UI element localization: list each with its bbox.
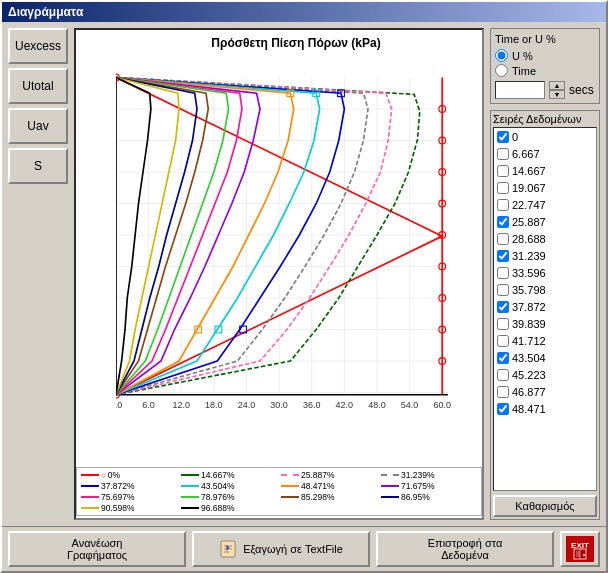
series-value-15: 46.877 [512, 386, 546, 398]
radio-u-label: U % [512, 50, 533, 62]
time-u-group: Time or U % U % Time ▲ ▼ secs [490, 28, 600, 104]
svg-text:18.0: 18.0 [205, 400, 223, 410]
series-value-14: 45.223 [512, 369, 546, 381]
clear-button[interactable]: Καθαρισμός [493, 495, 597, 517]
series-item-4: 22.747 [494, 196, 596, 213]
series-checkbox-8[interactable] [497, 267, 509, 279]
series-item-7: 31.239 [494, 247, 596, 264]
series-value-0: 0 [512, 131, 518, 143]
uexcess-button[interactable]: Uexcess [8, 28, 68, 64]
right-panel: Time or U % U % Time ▲ ▼ secs [490, 28, 600, 520]
series-list: Σειρές Δεδομένων 0 6.667 14. [490, 110, 600, 520]
series-checkbox-3[interactable] [497, 182, 509, 194]
export-label: Εξαγωγή σε TextFile [243, 543, 343, 555]
refresh-label: ΑνανέωσηΓραφήματος [67, 537, 127, 561]
series-item-15: 46.877 [494, 383, 596, 400]
bottom-bar: ΑνανέωσηΓραφήματος Εξαγωγή σε TextFile Ε… [2, 526, 606, 571]
series-value-3: 19.067 [512, 182, 546, 194]
utotal-button[interactable]: Utotal [8, 68, 68, 104]
chart-title: Πρόσθετη Πίεση Πόρων (kPa) [116, 36, 476, 50]
window-title: Διαγράμματα [8, 5, 83, 19]
return-button[interactable]: Επιστροφή σταΔεδομένα [376, 531, 554, 567]
exit-icon: EXIT [566, 536, 594, 562]
return-label: Επιστροφή σταΔεδομένα [428, 537, 503, 561]
chart-legend: ○0% 14.667% 25.887% 31.239% 37.872% 43.5… [76, 467, 482, 516]
series-checkbox-13[interactable] [497, 352, 509, 364]
svg-text:60.0: 60.0 [433, 400, 451, 410]
series-checkbox-11[interactable] [497, 318, 509, 330]
radio-time-input[interactable] [495, 64, 508, 77]
series-value-12: 41.712 [512, 335, 546, 347]
series-checkbox-10[interactable] [497, 301, 509, 313]
series-checkbox-5[interactable] [497, 216, 509, 228]
series-item-1: 6.667 [494, 145, 596, 162]
export-icon [219, 539, 239, 559]
series-value-1: 6.667 [512, 148, 540, 160]
series-checkbox-2[interactable] [497, 165, 509, 177]
spin-up-button[interactable]: ▲ [549, 81, 565, 90]
title-bar: Διαγράμματα [2, 2, 606, 22]
series-item-6: 28.688 [494, 230, 596, 247]
series-checkbox-12[interactable] [497, 335, 509, 347]
radio-time-label: Time [512, 65, 536, 77]
series-value-13: 43.504 [512, 352, 546, 364]
series-value-9: 35.798 [512, 284, 546, 296]
secs-row: ▲ ▼ secs [495, 81, 595, 99]
series-checkbox-9[interactable] [497, 284, 509, 296]
svg-text:6.0: 6.0 [142, 400, 155, 410]
export-button[interactable]: Εξαγωγή σε TextFile [192, 531, 370, 567]
series-checkbox-6[interactable] [497, 233, 509, 245]
svg-text:30.0: 30.0 [270, 400, 288, 410]
series-item-0: 0 [494, 128, 596, 145]
secs-label: secs [569, 83, 594, 97]
main-window: Διαγράμματα Uexcess Utotal Uav S Πρόσθετ… [0, 0, 608, 573]
series-value-4: 22.747 [512, 199, 546, 211]
series-checkbox-0[interactable] [497, 131, 509, 143]
svg-point-74 [583, 554, 585, 556]
series-item-11: 39.839 [494, 315, 596, 332]
series-item-12: 41.712 [494, 332, 596, 349]
series-item-9: 35.798 [494, 281, 596, 298]
series-item-13: 43.504 [494, 349, 596, 366]
series-checkbox-4[interactable] [497, 199, 509, 211]
exit-button[interactable]: EXIT [560, 531, 600, 567]
radio-u-row: U % [495, 49, 595, 62]
radio-u-input[interactable] [495, 49, 508, 62]
uav-button[interactable]: Uav [8, 108, 68, 144]
series-title: Σειρές Δεδομένων [493, 113, 597, 125]
series-value-16: 48.471 [512, 403, 546, 415]
radio-time-row: Time [495, 64, 595, 77]
svg-rect-72 [576, 551, 580, 557]
secs-input[interactable] [495, 81, 545, 99]
refresh-button[interactable]: ΑνανέωσηΓραφήματος [8, 531, 186, 567]
series-checkbox-15[interactable] [497, 386, 509, 398]
secs-spinner: ▲ ▼ [549, 81, 565, 99]
time-u-label: Time or U % [495, 33, 595, 45]
svg-text:36.0: 36.0 [303, 400, 321, 410]
svg-text:54.0: 54.0 [401, 400, 419, 410]
s-button[interactable]: S [8, 148, 68, 184]
chart-svg: 0.0 6.0 12.0 18.0 24.0 30.0 36.0 42.0 48… [116, 54, 476, 461]
series-item-14: 45.223 [494, 366, 596, 383]
series-checkbox-16[interactable] [497, 403, 509, 415]
main-content: Uexcess Utotal Uav S Πρόσθετη Πίεση Πόρω… [2, 22, 606, 526]
svg-text:24.0: 24.0 [238, 400, 256, 410]
svg-text:0.0: 0.0 [116, 400, 122, 410]
svg-text:48.0: 48.0 [368, 400, 386, 410]
series-value-5: 25.887 [512, 216, 546, 228]
series-item-16: 48.471 [494, 400, 596, 417]
series-item-3: 19.067 [494, 179, 596, 196]
series-checkbox-14[interactable] [497, 369, 509, 381]
svg-text:12.0: 12.0 [172, 400, 190, 410]
spin-down-button[interactable]: ▼ [549, 90, 565, 99]
series-checkbox-1[interactable] [497, 148, 509, 160]
series-value-8: 33.596 [512, 267, 546, 279]
series-value-10: 37.872 [512, 301, 546, 313]
series-item-8: 33.596 [494, 264, 596, 281]
left-button-panel: Uexcess Utotal Uav S [8, 28, 68, 520]
svg-text:42.0: 42.0 [336, 400, 354, 410]
series-checkbox-7[interactable] [497, 250, 509, 262]
series-item-10: 37.872 [494, 298, 596, 315]
series-scroll[interactable]: 0 6.667 14.667 19.067 [493, 127, 597, 491]
series-item-2: 14.667 [494, 162, 596, 179]
